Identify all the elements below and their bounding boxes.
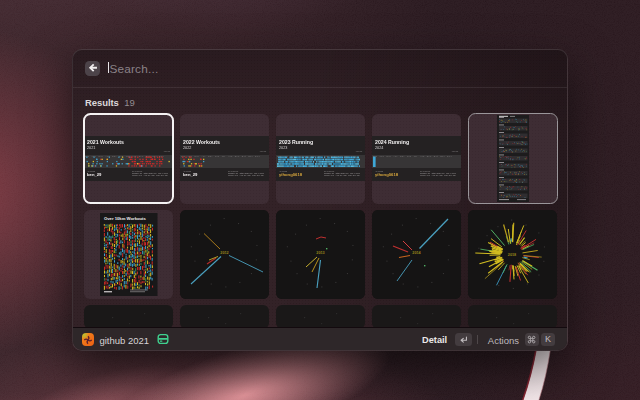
- svg-text:2014: 2014: [413, 251, 422, 255]
- svg-text:2013: 2013: [317, 251, 325, 255]
- svg-text:Over 10km Workouts: Over 10km Workouts: [104, 216, 146, 221]
- svg-text:2012: 2012: [221, 251, 229, 255]
- svg-text:2018: 2018: [508, 252, 516, 256]
